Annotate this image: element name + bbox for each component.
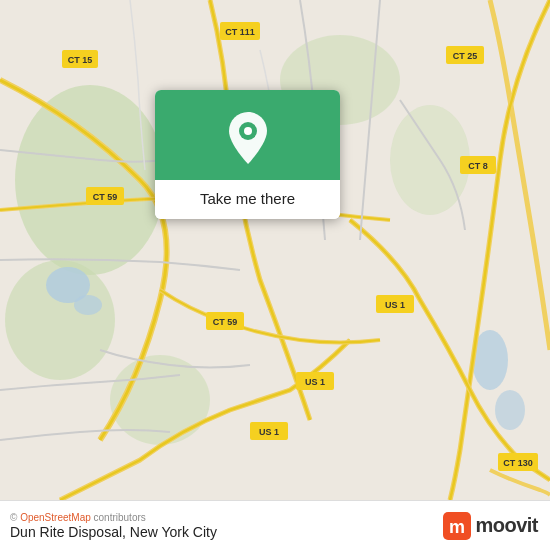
- moovit-icon: m: [443, 512, 471, 540]
- attribution-text: © OpenStreetMap contributors: [10, 512, 217, 523]
- popup-card: Take me there: [155, 90, 340, 219]
- popup-card-header: [155, 90, 340, 180]
- svg-text:CT 130: CT 130: [503, 458, 533, 468]
- map-container: CT 15 CT 111 CT 25 CT 8 CT 59 CT 59 US 1…: [0, 0, 550, 500]
- svg-text:US 1: US 1: [385, 300, 405, 310]
- svg-point-10: [495, 390, 525, 430]
- svg-text:CT 25: CT 25: [453, 51, 478, 61]
- svg-text:US 1: US 1: [305, 377, 325, 387]
- svg-text:CT 59: CT 59: [93, 192, 118, 202]
- svg-text:CT 59: CT 59: [213, 317, 238, 327]
- moovit-label: moovit: [475, 514, 538, 537]
- bottom-left-info: © OpenStreetMap contributors Dun Rite Di…: [10, 512, 217, 540]
- openstreetmap-link[interactable]: OpenStreetMap: [20, 512, 91, 523]
- svg-point-8: [74, 295, 102, 315]
- moovit-logo: m moovit: [443, 512, 538, 540]
- location-pin-icon: [222, 112, 274, 164]
- svg-text:m: m: [449, 517, 465, 537]
- bottom-bar: © OpenStreetMap contributors Dun Rite Di…: [0, 500, 550, 550]
- take-me-there-button[interactable]: Take me there: [200, 190, 295, 207]
- place-name: Dun Rite Disposal, New York City: [10, 524, 217, 540]
- popup-card-footer[interactable]: Take me there: [155, 180, 340, 219]
- svg-text:US 1: US 1: [259, 427, 279, 437]
- svg-point-32: [244, 127, 252, 135]
- svg-text:CT 8: CT 8: [468, 161, 488, 171]
- svg-text:CT 15: CT 15: [68, 55, 93, 65]
- svg-text:CT 111: CT 111: [225, 27, 255, 37]
